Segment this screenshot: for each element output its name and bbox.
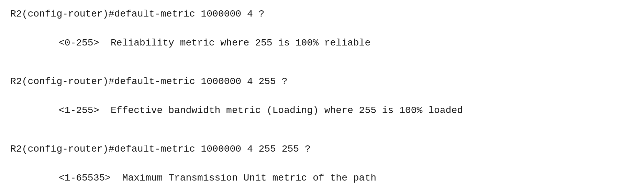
command-line-1: R2(config-router)#default-metric 1000000… [10, 7, 634, 21]
terminal-block-3: R2(config-router)#default-metric 1000000… [10, 142, 634, 184]
spacer-1 [10, 68, 634, 74]
command-line-2: R2(config-router)#default-metric 1000000… [10, 74, 634, 89]
help-desc-1 [99, 38, 111, 48]
help-text-3: Maximum Transmission Unit metric of the … [122, 173, 376, 183]
terminal-block-1: R2(config-router)#default-metric 1000000… [10, 7, 634, 65]
command-line-3: R2(config-router)#default-metric 1000000… [10, 142, 634, 156]
help-line-3: <1-65535> Maximum Transmission Unit metr… [10, 156, 634, 184]
terminal-output: R2(config-router)#default-metric 1000000… [10, 7, 634, 184]
help-line-2: <1-255> Effective bandwidth metric (Load… [10, 89, 634, 132]
spacer-2 [10, 136, 634, 142]
help-line-1: <0-255> Reliability metric where 255 is … [10, 21, 634, 65]
help-range-2: <1-255> [59, 105, 99, 116]
terminal-block-2: R2(config-router)#default-metric 1000000… [10, 74, 634, 132]
help-text-2: Effective bandwidth metric (Loading) whe… [111, 105, 463, 116]
help-text-1: Reliability metric where 255 is 100% rel… [111, 38, 370, 48]
help-range-3: <1-65535> [59, 173, 111, 183]
help-range-1: <0-255> [59, 38, 99, 48]
